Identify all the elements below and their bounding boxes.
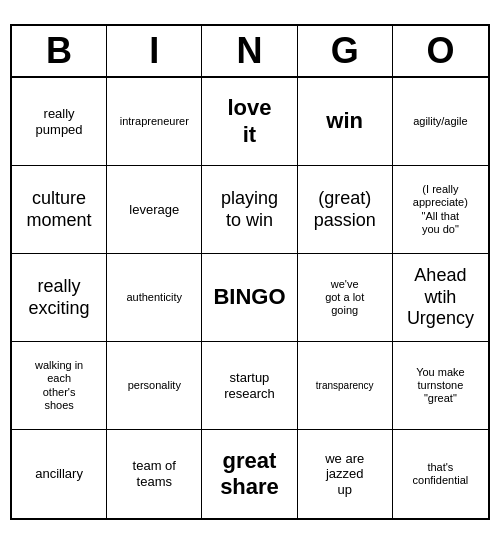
cell-text-21: team of teams <box>133 458 176 489</box>
cell-text-8: (great) passion <box>314 188 376 231</box>
bingo-cell-0: really pumped <box>12 78 107 166</box>
cell-text-13: we've got a lot going <box>325 278 364 318</box>
cell-text-3: win <box>326 108 363 134</box>
bingo-cell-7: playing to win <box>202 166 297 254</box>
cell-text-20: ancillary <box>35 466 83 482</box>
header-letter-b: B <box>12 26 107 76</box>
cell-text-15: walking in each other's shoes <box>35 359 83 412</box>
bingo-cell-17: startup research <box>202 342 297 430</box>
bingo-cell-23: we are jazzed up <box>298 430 393 518</box>
bingo-cell-12: BINGO <box>202 254 297 342</box>
bingo-cell-8: (great) passion <box>298 166 393 254</box>
bingo-cell-11: authenticity <box>107 254 202 342</box>
cell-text-23: we are jazzed up <box>325 451 364 498</box>
bingo-grid: really pumpedintrapreneurerlove itwinagi… <box>12 78 488 518</box>
bingo-cell-22: great share <box>202 430 297 518</box>
header-letter-i: I <box>107 26 202 76</box>
cell-text-24: that's confidential <box>413 461 469 487</box>
cell-text-7: playing to win <box>221 188 278 231</box>
bingo-cell-21: team of teams <box>107 430 202 518</box>
bingo-cell-24: that's confidential <box>393 430 488 518</box>
header-letter-g: G <box>298 26 393 76</box>
bingo-cell-3: win <box>298 78 393 166</box>
cell-text-4: agility/agile <box>413 115 467 128</box>
cell-text-16: personality <box>128 379 181 392</box>
cell-text-6: leverage <box>129 202 179 218</box>
bingo-cell-5: culture moment <box>12 166 107 254</box>
cell-text-9: (I really appreciate) "All that you do" <box>397 183 484 236</box>
cell-text-1: intrapreneurer <box>120 115 189 128</box>
cell-text-5: culture moment <box>27 188 92 231</box>
cell-text-10: really exciting <box>29 276 90 319</box>
bingo-cell-9: (I really appreciate) "All that you do" <box>393 166 488 254</box>
header-letter-n: N <box>202 26 297 76</box>
header-letter-o: O <box>393 26 488 76</box>
cell-text-18: transparency <box>316 380 374 392</box>
cell-text-2: love it <box>227 95 271 148</box>
bingo-card: BINGO really pumpedintrapreneurerlove it… <box>10 24 490 520</box>
cell-text-0: really pumped <box>36 106 83 137</box>
bingo-cell-19: You make turnstone "great" <box>393 342 488 430</box>
bingo-cell-4: agility/agile <box>393 78 488 166</box>
bingo-header: BINGO <box>12 26 488 78</box>
cell-text-14: Ahead wtih Urgency <box>407 265 474 330</box>
cell-text-22: great share <box>220 448 279 501</box>
cell-text-19: You make turnstone "great" <box>416 366 465 406</box>
bingo-cell-15: walking in each other's shoes <box>12 342 107 430</box>
bingo-cell-18: transparency <box>298 342 393 430</box>
bingo-cell-10: really exciting <box>12 254 107 342</box>
bingo-cell-1: intrapreneurer <box>107 78 202 166</box>
cell-text-17: startup research <box>224 370 275 401</box>
bingo-cell-20: ancillary <box>12 430 107 518</box>
cell-text-11: authenticity <box>126 291 182 304</box>
bingo-cell-13: we've got a lot going <box>298 254 393 342</box>
bingo-cell-16: personality <box>107 342 202 430</box>
bingo-cell-14: Ahead wtih Urgency <box>393 254 488 342</box>
bingo-cell-6: leverage <box>107 166 202 254</box>
cell-text-12: BINGO <box>213 284 285 310</box>
bingo-cell-2: love it <box>202 78 297 166</box>
